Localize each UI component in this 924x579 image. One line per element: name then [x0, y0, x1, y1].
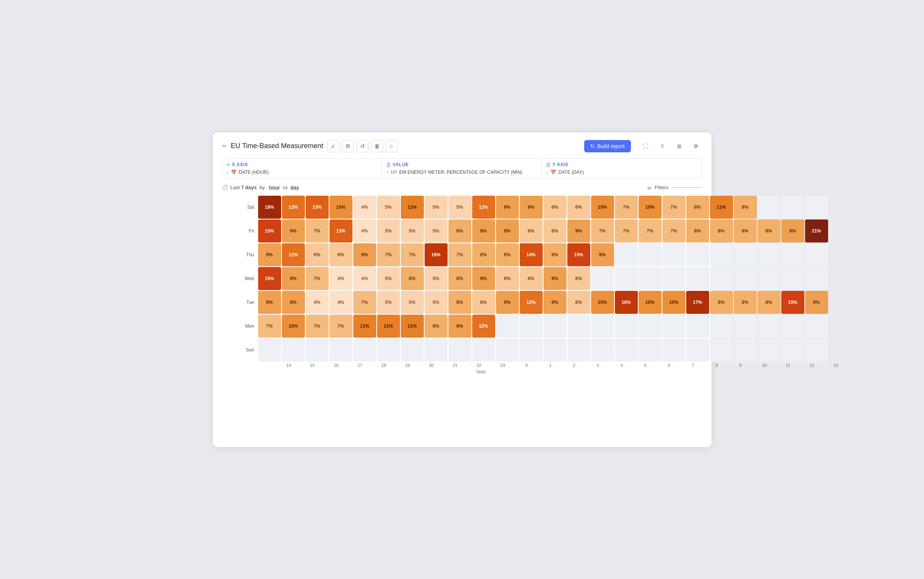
heatmap-cell[interactable]: 17% [686, 291, 709, 314]
heatmap-cell[interactable]: 11% [377, 315, 400, 338]
heatmap-cell[interactable] [258, 338, 281, 361]
heatmap-cell[interactable] [401, 338, 424, 361]
heatmap-cell[interactable]: 6% [306, 243, 329, 266]
heatmap-cell[interactable]: 9% [496, 219, 519, 242]
heatmap-cell[interactable]: 4% [306, 291, 329, 314]
heatmap-cell[interactable]: 9% [282, 267, 305, 290]
heatmap-cell[interactable]: 7% [615, 196, 638, 219]
heatmap-cell[interactable] [329, 338, 352, 361]
heatmap-cell[interactable]: 7% [306, 219, 329, 242]
heatmap-cell[interactable] [639, 267, 662, 290]
heatmap-cell[interactable]: 10% [282, 315, 305, 338]
refresh-button[interactable]: ↺ [356, 140, 369, 152]
heatmap-cell[interactable]: 8% [734, 291, 757, 314]
heatmap-cell[interactable]: 8% [544, 243, 567, 266]
heatmap-cell[interactable] [805, 267, 828, 290]
heatmap-cell[interactable]: 12% [472, 196, 495, 219]
heatmap-cell[interactable]: 9% [472, 267, 495, 290]
heatmap-cell[interactable]: 13% [329, 219, 352, 242]
heatmap-cell[interactable] [639, 243, 662, 266]
heatmap-cell[interactable] [544, 315, 567, 338]
heatmap-cell[interactable]: 9% [282, 291, 305, 314]
heatmap-cell[interactable] [591, 315, 614, 338]
heatmap-cell[interactable]: 9% [781, 219, 804, 242]
heatmap-cell[interactable] [758, 315, 781, 338]
heatmap-cell[interactable]: 7% [401, 243, 424, 266]
heatmap-cell[interactable] [734, 315, 757, 338]
heatmap-cell[interactable]: 4% [353, 196, 376, 219]
heatmap-cell[interactable] [805, 338, 828, 361]
heatmap-cell[interactable]: 5% [425, 219, 448, 242]
heatmap-cell[interactable]: 7% [306, 315, 329, 338]
heatmap-cell[interactable] [591, 267, 614, 290]
heatmap-cell[interactable]: 5% [401, 291, 424, 314]
heatmap-cell[interactable]: 8% [496, 243, 519, 266]
heatmap-cell[interactable]: 9% [544, 267, 567, 290]
heatmap-cell[interactable]: 8% [710, 219, 733, 242]
heatmap-cell[interactable]: 12% [282, 196, 305, 219]
heatmap-cell[interactable]: 14% [520, 243, 543, 266]
heatmap-cell[interactable]: 7% [615, 219, 638, 242]
heatmap-cell[interactable]: 5% [401, 219, 424, 242]
heatmap-cell[interactable] [615, 315, 638, 338]
heatmap-cell[interactable]: 15% [258, 219, 281, 242]
heatmap-cell[interactable] [520, 338, 543, 361]
heatmap-cell[interactable]: 9% [496, 291, 519, 314]
heatmap-cell[interactable]: 8% [758, 291, 781, 314]
heatmap-cell[interactable]: 12% [282, 243, 305, 266]
heatmap-cell[interactable] [496, 315, 519, 338]
heatmap-cell[interactable] [544, 338, 567, 361]
heatmap-cell[interactable]: 11% [401, 196, 424, 219]
heatmap-cell[interactable]: 10% [639, 196, 662, 219]
heatmap-cell[interactable] [496, 338, 519, 361]
heatmap-cell[interactable] [448, 338, 471, 361]
heatmap-cell[interactable]: 6% [544, 196, 567, 219]
heatmap-cell[interactable] [758, 243, 781, 266]
heatmap-cell[interactable] [805, 243, 828, 266]
share-button[interactable]: ⇧ [656, 140, 669, 152]
heatmap-cell[interactable]: 6% [496, 267, 519, 290]
heatmap-cell[interactable]: 15% [567, 243, 590, 266]
heatmap-cell[interactable] [805, 315, 828, 338]
heatmap-cell[interactable] [639, 338, 662, 361]
check-button[interactable]: ✓ [327, 140, 339, 152]
heatmap-cell[interactable]: 9% [520, 196, 543, 219]
heatmap-cell[interactable]: 4% [353, 219, 376, 242]
heatmap-cell[interactable] [758, 196, 781, 219]
heatmap-cell[interactable]: 7% [448, 243, 471, 266]
heatmap-cell[interactable]: 6% [567, 196, 590, 219]
heatmap-cell[interactable]: 4% [329, 267, 352, 290]
heatmap-cell[interactable]: 5% [448, 196, 471, 219]
heatmap-cell[interactable] [758, 338, 781, 361]
heatmap-cell[interactable]: 8% [686, 196, 709, 219]
heatmap-cell[interactable]: 10% [591, 196, 614, 219]
star-button[interactable]: ☆ [385, 140, 398, 152]
heatmap-cell[interactable]: 8% [710, 291, 733, 314]
heatmap-cell[interactable]: 5% [377, 291, 400, 314]
heatmap-cell[interactable] [520, 315, 543, 338]
heatmap-cell[interactable]: 9% [258, 243, 281, 266]
heatmap-cell[interactable] [710, 338, 733, 361]
heatmap-cell[interactable]: 5% [377, 267, 400, 290]
heatmap-cell[interactable] [567, 338, 590, 361]
heatmap-cell[interactable] [662, 243, 685, 266]
heatmap-cell[interactable]: 7% [591, 219, 614, 242]
heatmap-cell[interactable] [591, 338, 614, 361]
copy-button[interactable]: ⧉ [342, 140, 354, 152]
heatmap-cell[interactable] [758, 267, 781, 290]
heatmap-cell[interactable]: 15% [258, 267, 281, 290]
heatmap-cell[interactable] [781, 267, 804, 290]
heatmap-cell[interactable]: 9% [591, 243, 614, 266]
heatmap-cell[interactable]: 16% [615, 291, 638, 314]
heatmap-cell[interactable]: 8% [758, 219, 781, 242]
heatmap-cell[interactable] [662, 315, 685, 338]
heatmap-cell[interactable]: 6% [520, 267, 543, 290]
heatmap-cell[interactable] [306, 338, 329, 361]
heatmap-cell[interactable]: 7% [306, 267, 329, 290]
heatmap-cell[interactable] [567, 315, 590, 338]
heatmap-cell[interactable] [425, 338, 448, 361]
heatmap-cell[interactable]: 7% [377, 243, 400, 266]
heatmap-cell[interactable]: 6% [472, 291, 495, 314]
heatmap-cell[interactable] [686, 315, 709, 338]
heatmap-cell[interactable]: 7% [662, 196, 685, 219]
